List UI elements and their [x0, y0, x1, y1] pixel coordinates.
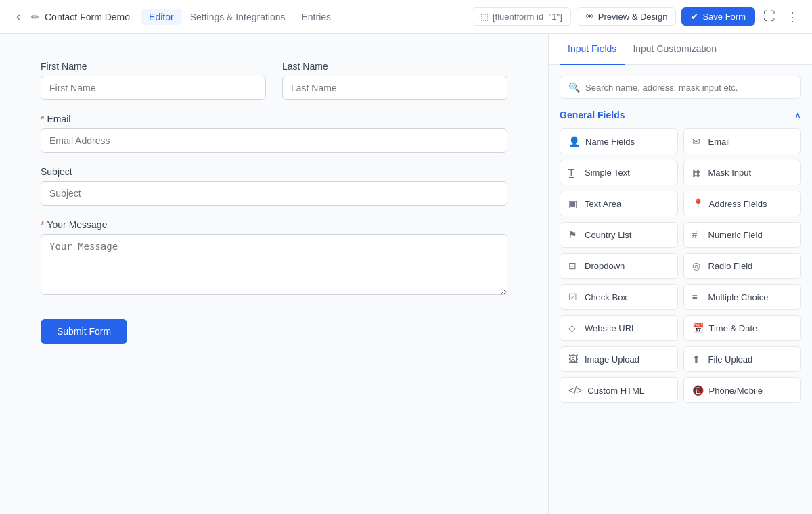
field-label-country-list: Country List [585, 230, 631, 240]
field-icon-website-url: ◇ [568, 323, 579, 333]
field-label-text-area: Text Area [585, 199, 621, 209]
section-header: General Fields ∧ [560, 110, 801, 120]
field-item-email[interactable]: ✉Email [683, 128, 802, 154]
field-item-numeric-field[interactable]: #Numeric Field [683, 222, 802, 248]
nav-tabs: EditorSettings & IntegrationsEntries [141, 9, 339, 25]
field-icon-country-list: ⚑ [568, 229, 579, 240]
tab-input-customization[interactable]: Input Customization [625, 34, 725, 65]
more-button[interactable]: ⋮ [784, 7, 801, 27]
email-required-mark: * [41, 114, 44, 124]
email-label: * Email [41, 114, 508, 124]
collapse-button[interactable]: ∧ [794, 110, 801, 120]
field-label-website-url: Website URL [585, 323, 636, 333]
back-button[interactable]: ‹ [11, 7, 26, 26]
name-row: First Name Last Name [41, 61, 508, 100]
field-icon-image-upload: 🖼 [568, 354, 579, 365]
email-row: * Email [41, 114, 508, 153]
field-label-custom-html: Custom HTML [587, 386, 644, 396]
main-content: First Name Last Name * Email Subject [0, 34, 812, 514]
field-label-time-date: Time & Date [709, 323, 758, 333]
field-label-multiple-choice: Multiple Choice [708, 292, 769, 302]
nav-tab-editor[interactable]: Editor [141, 9, 182, 25]
nav-tab-entries[interactable]: Entries [294, 9, 340, 25]
field-label-name-fields: Name Fields [585, 137, 635, 147]
field-item-simple-text[interactable]: T̲Simple Text [560, 160, 678, 185]
field-item-image-upload[interactable]: 🖼Image Upload [560, 346, 678, 372]
search-icon: 🔍 [568, 82, 580, 93]
message-input[interactable] [41, 234, 508, 295]
field-item-website-url[interactable]: ◇Website URL [560, 315, 678, 341]
field-icon-file-upload: ⬆ [692, 354, 703, 365]
first-name-input[interactable] [41, 76, 266, 100]
email-input[interactable] [41, 128, 508, 153]
field-icon-address-fields: 📍 [692, 198, 704, 209]
nav-tab-settings[interactable]: Settings & Integrations [182, 9, 294, 25]
field-item-time-date[interactable]: 📅Time & Date [683, 315, 802, 341]
message-row: * Your Message [41, 219, 508, 295]
field-icon-multiple-choice: ≡ [692, 291, 703, 302]
field-item-mask-input[interactable]: ▦Mask Input [683, 160, 802, 185]
field-label-numeric-field: Numeric Field [708, 230, 763, 240]
email-group: * Email [41, 114, 508, 153]
field-icon-mask-input: ▦ [692, 167, 703, 178]
field-icon-text-area: ▣ [568, 198, 579, 209]
section-title: General Fields [560, 110, 625, 120]
shortcode-button[interactable]: ⬚ [fluentform id="1"] [472, 7, 571, 26]
field-label-radio-field: Radio Field [708, 261, 753, 271]
field-label-file-upload: File Upload [708, 354, 753, 365]
field-item-name-fields[interactable]: 👤Name Fields [560, 128, 678, 154]
field-item-multiple-choice[interactable]: ≡Multiple Choice [683, 284, 802, 310]
field-icon-simple-text: T̲ [568, 167, 579, 178]
save-button[interactable]: ✔ Save Form [681, 7, 755, 26]
field-item-file-upload[interactable]: ⬆File Upload [683, 346, 802, 372]
search-box: 🔍 [560, 76, 801, 99]
nav-title: Contact Form Demo [45, 11, 130, 22]
first-name-label: First Name [41, 61, 266, 72]
field-icon-check-box: ☑ [568, 291, 579, 302]
field-item-country-list[interactable]: ⚑Country List [560, 222, 678, 248]
tab-input-fields[interactable]: Input Fields [560, 34, 625, 65]
right-panel: Input Fields Input Customization 🔍 Gener… [548, 34, 812, 514]
field-icon-email: ✉ [692, 136, 703, 147]
field-item-custom-html[interactable]: </>Custom HTML [560, 377, 678, 403]
field-icon-name-fields: 👤 [568, 136, 580, 147]
panel-tabs: Input Fields Input Customization [549, 34, 812, 65]
top-nav: ‹ ✏ Contact Form Demo EditorSettings & I… [0, 0, 812, 34]
shortcode-text: [fluentform id="1"] [493, 11, 562, 22]
last-name-group: Last Name [282, 61, 508, 100]
field-icon-radio-field: ◎ [692, 260, 703, 271]
subject-row: Subject [41, 166, 508, 206]
form-editor: First Name Last Name * Email Subject [0, 34, 548, 514]
last-name-input[interactable] [282, 76, 508, 100]
field-label-address-fields: Address Fields [709, 199, 767, 209]
field-icon-time-date: 📅 [692, 323, 704, 333]
subject-input[interactable] [41, 181, 508, 206]
shortcode-icon: ⬚ [480, 11, 489, 22]
field-label-phone-mobile: Phone/Mobile [709, 386, 763, 396]
field-item-address-fields[interactable]: 📍Address Fields [683, 191, 802, 216]
field-label-dropdown: Dropdown [585, 261, 625, 271]
message-group: * Your Message [41, 219, 508, 295]
panel-body: 🔍 General Fields ∧ 👤Name Fields✉EmailT̲S… [549, 65, 812, 514]
field-label-mask-input: Mask Input [708, 168, 752, 178]
last-name-label: Last Name [282, 61, 508, 72]
fullscreen-button[interactable]: ⛶ [761, 7, 778, 26]
field-icon-custom-html: </> [568, 385, 582, 396]
save-label: Save Form [702, 11, 746, 22]
submit-button[interactable]: Submit Form [41, 319, 127, 344]
search-input[interactable] [585, 83, 792, 93]
field-label-simple-text: Simple Text [585, 168, 630, 178]
field-item-check-box[interactable]: ☑Check Box [560, 284, 678, 310]
first-name-group: First Name [41, 61, 266, 100]
message-required-mark: * [41, 219, 44, 230]
subject-label: Subject [41, 166, 508, 177]
field-item-text-area[interactable]: ▣Text Area [560, 191, 678, 216]
fields-grid: 👤Name Fields✉EmailT̲Simple Text▦Mask Inp… [560, 128, 801, 403]
save-icon: ✔ [691, 11, 698, 22]
field-item-phone-mobile[interactable]: 📵Phone/Mobile [683, 377, 802, 403]
preview-button[interactable]: 👁 Preview & Design [577, 7, 677, 26]
logo-icon: ✏ [31, 11, 39, 22]
field-item-radio-field[interactable]: ◎Radio Field [683, 253, 802, 279]
field-item-dropdown[interactable]: ⊟Dropdown [560, 253, 678, 279]
field-icon-numeric-field: # [692, 229, 703, 240]
